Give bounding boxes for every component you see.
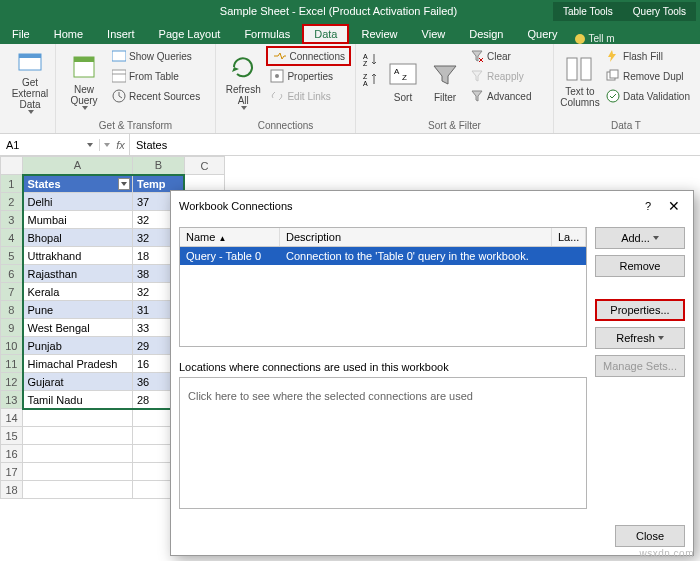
connection-row[interactable]: Query - Table 0 Connection to the 'Table… xyxy=(180,247,586,265)
cell[interactable]: Punjab xyxy=(23,337,133,355)
properties-icon xyxy=(270,69,284,83)
filter-button[interactable]: Filter xyxy=(424,46,466,116)
row-header[interactable]: 7 xyxy=(1,283,23,301)
formula-bar: A1 fx States xyxy=(0,134,700,156)
row-header[interactable]: 5 xyxy=(1,247,23,265)
new-query-icon xyxy=(69,52,99,82)
tab-review[interactable]: Review xyxy=(349,24,409,44)
window-title: Sample Sheet - Excel (Product Activation… xyxy=(124,5,553,17)
remove-button[interactable]: Remove xyxy=(595,255,685,277)
row-header[interactable]: 9 xyxy=(1,319,23,337)
select-all-corner[interactable] xyxy=(1,157,23,175)
cell[interactable]: Uttrakhand xyxy=(23,247,133,265)
row-header[interactable]: 17 xyxy=(1,463,23,481)
data-validation-button[interactable]: Data Validation xyxy=(602,86,694,106)
text-to-columns-icon xyxy=(565,54,595,84)
cell[interactable]: Rajasthan xyxy=(23,265,133,283)
connections-list[interactable]: Name ▲ Description La... Query - Table 0… xyxy=(179,227,587,347)
formula-input[interactable]: States xyxy=(130,139,700,151)
cell[interactable]: West Bengal xyxy=(23,319,133,337)
svg-rect-5 xyxy=(112,70,126,82)
tab-query[interactable]: Query xyxy=(515,24,569,44)
col-header-c[interactable]: C xyxy=(185,157,225,175)
workbook-connections-dialog: Workbook Connections ? ✕ Name ▲ Descript… xyxy=(170,190,694,556)
col-header-last[interactable]: La... xyxy=(552,228,586,246)
tab-formulas[interactable]: Formulas xyxy=(232,24,302,44)
properties-button[interactable]: Properties... xyxy=(595,299,685,321)
cell[interactable]: Himachal Pradesh xyxy=(23,355,133,373)
edit-links-button: Edit Links xyxy=(266,86,351,106)
cell[interactable]: Delhi xyxy=(23,193,133,211)
sort-asc-icon[interactable]: AZ xyxy=(363,52,379,68)
row-header[interactable]: 15 xyxy=(1,427,23,445)
refresh-all-button[interactable]: Refresh All xyxy=(220,46,266,116)
tab-page-layout[interactable]: Page Layout xyxy=(147,24,233,44)
cell[interactable]: Mumbai xyxy=(23,211,133,229)
edit-links-icon xyxy=(270,89,284,103)
flash-fill-button[interactable]: Flash Fill xyxy=(602,46,694,66)
col-header-b[interactable]: B xyxy=(133,157,185,175)
row-header[interactable]: 13 xyxy=(1,391,23,409)
flash-fill-icon xyxy=(606,49,620,63)
cell[interactable]: Kerala xyxy=(23,283,133,301)
watermark: wsxdn.com xyxy=(639,548,694,559)
connections-button[interactable]: Connections xyxy=(266,46,351,66)
col-header-name[interactable]: Name ▲ xyxy=(180,228,280,246)
col-header-a[interactable]: A xyxy=(23,157,133,175)
text-to-columns-button[interactable]: Text to Columns xyxy=(558,46,602,116)
close-icon[interactable]: ✕ xyxy=(663,198,685,214)
row-header[interactable]: 11 xyxy=(1,355,23,373)
properties-button[interactable]: Properties xyxy=(266,66,351,86)
row-header[interactable]: 2 xyxy=(1,193,23,211)
get-external-data-button[interactable]: Get External Data xyxy=(4,46,56,116)
sort-desc-icon[interactable]: ZA xyxy=(363,72,379,88)
tab-view[interactable]: View xyxy=(410,24,458,44)
cell[interactable]: Pune xyxy=(23,301,133,319)
fx-icon[interactable]: fx xyxy=(100,134,130,155)
name-box[interactable]: A1 xyxy=(0,139,100,151)
cell[interactable]: Bhopal xyxy=(23,229,133,247)
row-header[interactable]: 8 xyxy=(1,301,23,319)
row-header[interactable]: 18 xyxy=(1,481,23,499)
advanced-filter-button[interactable]: Advanced xyxy=(466,86,535,106)
recent-sources-button[interactable]: Recent Sources xyxy=(108,86,204,106)
title-bar: Sample Sheet - Excel (Product Activation… xyxy=(0,0,700,22)
filter-drop-icon[interactable] xyxy=(118,178,130,190)
row-header[interactable]: 14 xyxy=(1,409,23,427)
add-button[interactable]: Add... xyxy=(595,227,685,249)
row-header[interactable]: 16 xyxy=(1,445,23,463)
row-header[interactable]: 1 xyxy=(1,175,23,193)
dialog-titlebar[interactable]: Workbook Connections ? ✕ xyxy=(171,191,693,221)
row-header[interactable]: 4 xyxy=(1,229,23,247)
group-sort-filter: AZ ZA AZ Sort Filter Clear Reapply Advan… xyxy=(356,44,554,133)
remove-duplicates-button[interactable]: Remove Dupl xyxy=(602,66,694,86)
from-table-button[interactable]: From Table xyxy=(108,66,204,86)
tell-me[interactable]: Tell m xyxy=(575,33,614,44)
tab-file[interactable]: File xyxy=(0,24,42,44)
cell[interactable]: Gujarat xyxy=(23,373,133,391)
refresh-button[interactable]: Refresh xyxy=(595,327,685,349)
sort-button[interactable]: AZ Sort xyxy=(382,46,424,116)
row-header[interactable]: 3 xyxy=(1,211,23,229)
new-query-button[interactable]: New Query xyxy=(60,46,108,116)
ribbon: Get External Data New Query Show Queries… xyxy=(0,44,700,134)
table-header-states[interactable]: States xyxy=(23,175,133,193)
tab-design[interactable]: Design xyxy=(457,24,515,44)
tab-data[interactable]: Data xyxy=(302,24,349,44)
row-header[interactable]: 6 xyxy=(1,265,23,283)
row-header[interactable]: 10 xyxy=(1,337,23,355)
show-queries-button[interactable]: Show Queries xyxy=(108,46,204,66)
locations-box[interactable]: Click here to see where the selected con… xyxy=(179,377,587,509)
row-header[interactable]: 12 xyxy=(1,373,23,391)
help-button[interactable]: ? xyxy=(645,200,651,212)
cell[interactable]: Tamil Nadu xyxy=(23,391,133,409)
col-header-description[interactable]: Description xyxy=(280,228,552,246)
clear-filter-button[interactable]: Clear xyxy=(466,46,535,66)
close-button[interactable]: Close xyxy=(615,525,685,547)
contextual-tab-table[interactable]: Table Tools xyxy=(553,2,623,21)
svg-text:Z: Z xyxy=(363,60,368,67)
tab-home[interactable]: Home xyxy=(42,24,95,44)
tab-insert[interactable]: Insert xyxy=(95,24,147,44)
group-get-transform: New Query Show Queries From Table Recent… xyxy=(56,44,216,133)
contextual-tab-query[interactable]: Query Tools xyxy=(623,2,696,21)
